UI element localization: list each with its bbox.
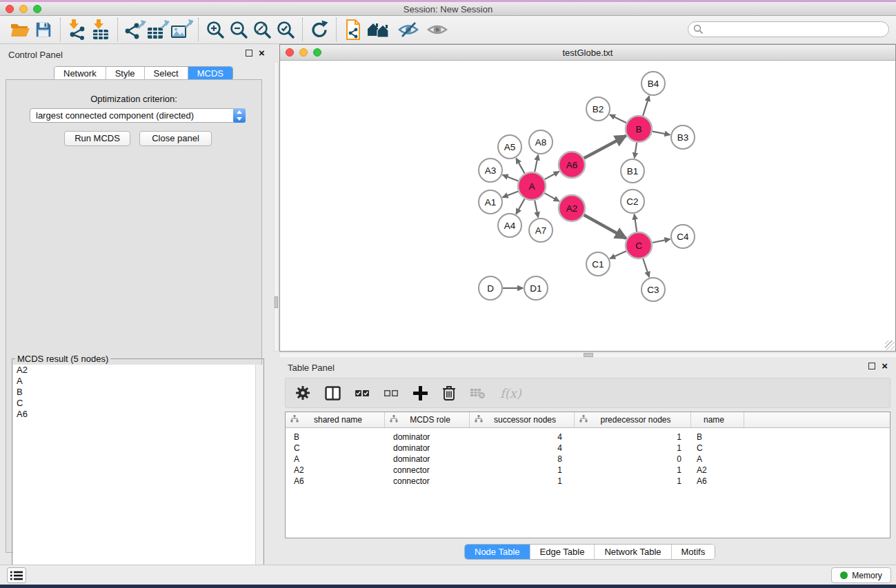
search-field[interactable]: [688, 21, 889, 37]
tab-network[interactable]: Network: [54, 67, 106, 80]
graph-edge-C-C1[interactable]: [610, 251, 626, 258]
export-network-icon[interactable]: [123, 18, 146, 41]
network-horizontal-scrollbar[interactable]: [280, 352, 896, 357]
graph-edge-A-A5[interactable]: [516, 159, 524, 174]
dropdown-stepper-icon: [233, 108, 246, 123]
tab-style[interactable]: Style: [106, 67, 145, 80]
toolbar-separator: [117, 18, 118, 41]
task-history-button[interactable]: [7, 567, 26, 583]
zoom-in-icon[interactable]: [203, 18, 227, 41]
criterion-dropdown[interactable]: largest connected component (directed): [30, 108, 246, 123]
run-mcds-button[interactable]: Run MCDS: [64, 131, 130, 146]
graph-edge-B-B2[interactable]: [610, 114, 626, 123]
double-home-icon[interactable]: [365, 18, 394, 41]
eye-icon[interactable]: [423, 18, 452, 41]
tab-edge-table[interactable]: Edge Table: [530, 545, 595, 559]
split-table-icon[interactable]: [325, 386, 341, 401]
search-icon: [693, 24, 704, 34]
delete-table-icon[interactable]: [470, 387, 486, 399]
result-item[interactable]: C: [13, 398, 263, 409]
network-window-titlebar[interactable]: testGlobe.txt: [280, 45, 895, 61]
graph-edge-A-A2[interactable]: [544, 193, 559, 201]
scrollbar-thumb[interactable]: [275, 296, 278, 308]
window-resize-handle[interactable]: [885, 341, 895, 350]
tab-mcds[interactable]: MCDS: [188, 67, 232, 80]
graph-edge-B-B4[interactable]: [643, 96, 649, 116]
result-item[interactable]: B: [13, 387, 263, 398]
graph-edge-A-A3[interactable]: [503, 175, 519, 181]
graph-edge-A-A1[interactable]: [503, 192, 519, 198]
tab-motifs[interactable]: Motifs: [672, 545, 715, 559]
tab-network-table[interactable]: Network Table: [595, 545, 671, 559]
graph-edge-A-A6[interactable]: [545, 172, 559, 179]
memory-button[interactable]: Memory: [831, 567, 891, 583]
refresh-icon[interactable]: [308, 18, 331, 41]
export-table-icon[interactable]: [146, 18, 170, 41]
graph-node-label: C2: [626, 196, 638, 207]
graph-node-label: A7: [535, 225, 547, 236]
float-panel-icon[interactable]: [246, 50, 252, 57]
table-row[interactable]: A6connector11A6: [286, 476, 890, 487]
tab-select[interactable]: Select: [145, 67, 188, 80]
float-panel-icon[interactable]: [868, 363, 875, 369]
open-folder-icon[interactable]: [8, 18, 32, 41]
network-vertical-scrollbar[interactable]: [274, 61, 279, 352]
scrollbar-thumb[interactable]: [584, 353, 593, 357]
uncheck-all-icon[interactable]: [384, 387, 399, 399]
graph-node-label: D: [487, 283, 494, 294]
memory-label: Memory: [852, 571, 882, 580]
graph-edge-C-C3[interactable]: [643, 258, 649, 277]
graph-edge-C-C4[interactable]: [653, 239, 670, 243]
graph-edge-A6-B[interactable]: [584, 136, 626, 159]
node-table: shared name MCDS role successor nodes pr…: [285, 412, 890, 538]
graph-edge-A-A4[interactable]: [516, 199, 524, 214]
add-column-icon[interactable]: [413, 386, 428, 401]
eye-slash-icon[interactable]: [394, 18, 423, 41]
zoom-check-icon[interactable]: [274, 18, 297, 41]
trash-icon[interactable]: [442, 385, 456, 401]
graph-node-label: B: [635, 124, 641, 134]
column-header-successor-nodes[interactable]: successor nodes: [470, 412, 575, 427]
result-item[interactable]: A: [13, 376, 263, 387]
function-builder-icon[interactable]: f(x): [500, 386, 521, 401]
network-view[interactable]: B4B2BB3B1A5A8A6A3AA1A2C2A4A7CC4C1C3DD1: [280, 61, 895, 351]
import-network-icon[interactable]: [66, 18, 89, 41]
zoom-out-icon[interactable]: [227, 18, 250, 41]
attribute-tree-icon: [579, 415, 588, 425]
export-image-icon[interactable]: [170, 18, 193, 41]
graph-edge-C-C2[interactable]: [635, 214, 637, 232]
check-all-icon[interactable]: [355, 387, 370, 399]
graph-edge-A2-C[interactable]: [584, 215, 626, 239]
save-icon[interactable]: [32, 18, 55, 41]
column-header-predecessor-nodes[interactable]: predecessor nodes: [575, 412, 691, 427]
workspace: Control Panel × Network Style Select MCD…: [0, 44, 896, 565]
graph-node-label: C1: [592, 259, 604, 270]
search-input[interactable]: [704, 23, 888, 36]
graph-edge-A-A8[interactable]: [535, 155, 538, 172]
close-panel-icon[interactable]: ×: [259, 50, 265, 57]
zoom-fit-icon[interactable]: [250, 18, 274, 41]
table-row[interactable]: Bdominator41B: [286, 432, 890, 443]
table-cell: A6: [286, 476, 385, 487]
result-item[interactable]: A2: [13, 365, 263, 376]
import-table-icon[interactable]: [89, 18, 112, 41]
document-network-icon[interactable]: [341, 18, 365, 41]
gear-icon[interactable]: [295, 385, 310, 401]
result-item[interactable]: A6: [13, 409, 263, 420]
close-panel-icon[interactable]: ×: [882, 363, 888, 369]
close-panel-button[interactable]: Close panel: [139, 131, 212, 146]
column-header-shared-name[interactable]: shared name: [286, 412, 385, 427]
table-row[interactable]: A2connector11A2: [286, 465, 890, 476]
column-header-name[interactable]: name: [691, 412, 744, 427]
toolbar-separator: [302, 18, 303, 41]
graph-edge-A-A7[interactable]: [535, 201, 538, 218]
graph-edge-B-B1[interactable]: [635, 143, 637, 158]
tab-node-table[interactable]: Node Table: [465, 545, 530, 559]
app-title: Session: New Session: [0, 4, 896, 14]
table-row[interactable]: Cdominator41C: [286, 443, 890, 454]
result-scrollbar[interactable]: [255, 365, 263, 588]
column-header-mcds-role[interactable]: MCDS role: [385, 412, 470, 427]
graph-node-label: A2: [566, 203, 578, 214]
table-row[interactable]: Adominator80A: [286, 454, 890, 465]
graph-edge-B-B3[interactable]: [653, 132, 670, 135]
